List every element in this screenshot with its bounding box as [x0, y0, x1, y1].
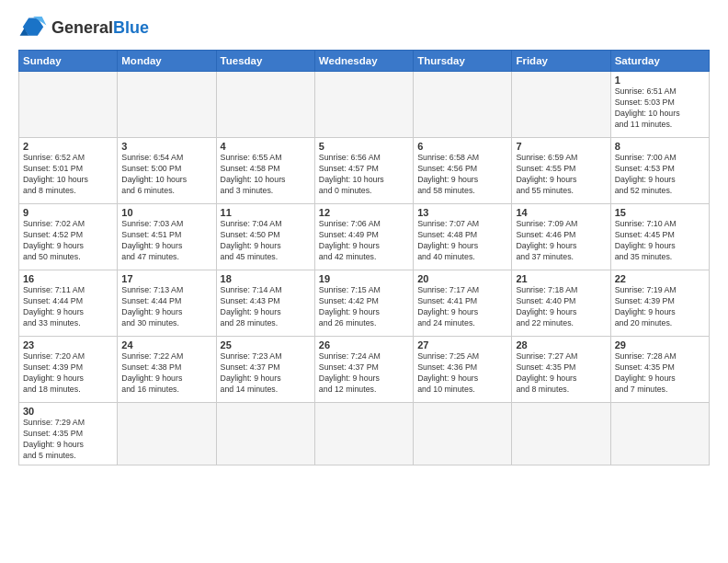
calendar-day-cell: 26Sunrise: 7:24 AM Sunset: 4:37 PM Dayli…	[314, 337, 413, 403]
day-info: Sunrise: 7:28 AM Sunset: 4:35 PM Dayligh…	[615, 351, 705, 396]
calendar-day-cell	[414, 72, 512, 138]
calendar-day-cell: 22Sunrise: 7:19 AM Sunset: 4:39 PM Dayli…	[610, 270, 709, 337]
day-info: Sunrise: 7:27 AM Sunset: 4:35 PM Dayligh…	[516, 351, 606, 396]
calendar-day-cell	[216, 403, 314, 465]
calendar-day-cell: 3Sunrise: 6:54 AM Sunset: 5:00 PM Daylig…	[118, 138, 216, 204]
logo-blue: Blue	[113, 18, 149, 37]
day-info: Sunrise: 6:56 AM Sunset: 4:57 PM Dayligh…	[319, 153, 409, 197]
day-number: 16	[23, 273, 113, 284]
day-info: Sunrise: 7:07 AM Sunset: 4:48 PM Dayligh…	[417, 219, 507, 263]
day-number: 11	[221, 207, 311, 218]
day-info: Sunrise: 7:02 AM Sunset: 4:52 PM Dayligh…	[23, 219, 113, 263]
day-info: Sunrise: 7:00 AM Sunset: 4:53 PM Dayligh…	[615, 153, 705, 197]
calendar-week-row: 1Sunrise: 6:51 AM Sunset: 5:03 PM Daylig…	[19, 72, 710, 138]
day-number: 5	[319, 141, 409, 152]
day-number: 7	[516, 141, 606, 152]
day-number: 2	[23, 141, 113, 152]
weekday-header-sunday: Sunday	[19, 51, 118, 72]
calendar-week-row: 2Sunrise: 6:52 AM Sunset: 5:01 PM Daylig…	[19, 138, 710, 204]
calendar-day-cell	[216, 72, 314, 138]
weekday-header-friday: Friday	[512, 51, 610, 72]
calendar-day-cell: 29Sunrise: 7:28 AM Sunset: 4:35 PM Dayli…	[610, 337, 709, 403]
calendar-day-cell	[118, 72, 216, 138]
weekday-header-thursday: Thursday	[414, 51, 512, 72]
calendar-day-cell	[314, 403, 413, 465]
day-number: 4	[221, 141, 311, 152]
weekday-header-wednesday: Wednesday	[314, 51, 413, 72]
day-info: Sunrise: 6:59 AM Sunset: 4:55 PM Dayligh…	[516, 153, 606, 197]
weekday-header-tuesday: Tuesday	[216, 51, 314, 72]
calendar-day-cell: 24Sunrise: 7:22 AM Sunset: 4:38 PM Dayli…	[118, 337, 216, 403]
calendar-day-cell: 30Sunrise: 7:29 AM Sunset: 4:35 PM Dayli…	[19, 403, 118, 465]
logo-text-block: GeneralBlue	[51, 19, 149, 36]
calendar-day-cell: 14Sunrise: 7:09 AM Sunset: 4:46 PM Dayli…	[512, 204, 610, 270]
day-info: Sunrise: 6:58 AM Sunset: 4:56 PM Dayligh…	[417, 153, 507, 197]
day-info: Sunrise: 7:03 AM Sunset: 4:51 PM Dayligh…	[121, 219, 211, 263]
calendar-day-cell	[19, 72, 118, 138]
day-number: 27	[417, 339, 507, 350]
calendar-day-cell: 16Sunrise: 7:11 AM Sunset: 4:44 PM Dayli…	[19, 270, 118, 337]
day-info: Sunrise: 7:22 AM Sunset: 4:38 PM Dayligh…	[121, 351, 211, 396]
weekday-header-monday: Monday	[118, 51, 216, 72]
day-number: 19	[319, 273, 409, 284]
day-number: 28	[516, 339, 606, 350]
calendar-day-cell: 27Sunrise: 7:25 AM Sunset: 4:36 PM Dayli…	[414, 337, 512, 403]
calendar-day-cell: 21Sunrise: 7:18 AM Sunset: 4:40 PM Dayli…	[512, 270, 610, 337]
day-number: 1	[615, 75, 705, 86]
calendar-day-cell: 17Sunrise: 7:13 AM Sunset: 4:44 PM Dayli…	[118, 270, 216, 337]
calendar-day-cell: 12Sunrise: 7:06 AM Sunset: 4:49 PM Dayli…	[314, 204, 413, 270]
day-number: 24	[121, 339, 211, 350]
calendar-week-row: 9Sunrise: 7:02 AM Sunset: 4:52 PM Daylig…	[19, 204, 710, 270]
day-number: 21	[516, 273, 606, 284]
calendar-day-cell: 7Sunrise: 6:59 AM Sunset: 4:55 PM Daylig…	[512, 138, 610, 204]
day-info: Sunrise: 7:10 AM Sunset: 4:45 PM Dayligh…	[615, 219, 705, 263]
day-number: 22	[615, 273, 705, 284]
logo: GeneralBlue	[18, 15, 149, 40]
day-number: 25	[221, 339, 311, 350]
calendar-day-cell	[610, 403, 709, 465]
day-info: Sunrise: 7:06 AM Sunset: 4:49 PM Dayligh…	[319, 219, 409, 263]
calendar-day-cell: 28Sunrise: 7:27 AM Sunset: 4:35 PM Dayli…	[512, 337, 610, 403]
generalblue-logo-icon	[18, 15, 48, 40]
calendar-header-row: SundayMondayTuesdayWednesdayThursdayFrid…	[19, 51, 710, 72]
day-info: Sunrise: 7:15 AM Sunset: 4:42 PM Dayligh…	[319, 285, 409, 329]
day-info: Sunrise: 7:13 AM Sunset: 4:44 PM Dayligh…	[121, 285, 211, 329]
page: GeneralBlue SundayMondayTuesdayWednesday…	[0, 0, 728, 563]
calendar-day-cell: 23Sunrise: 7:20 AM Sunset: 4:39 PM Dayli…	[19, 337, 118, 403]
day-number: 3	[121, 141, 211, 152]
calendar-week-row: 16Sunrise: 7:11 AM Sunset: 4:44 PM Dayli…	[19, 270, 710, 337]
calendar-day-cell: 25Sunrise: 7:23 AM Sunset: 4:37 PM Dayli…	[216, 337, 314, 403]
day-info: Sunrise: 7:23 AM Sunset: 4:37 PM Dayligh…	[221, 351, 311, 396]
calendar-day-cell	[512, 72, 610, 138]
day-info: Sunrise: 7:18 AM Sunset: 4:40 PM Dayligh…	[516, 285, 606, 329]
calendar-day-cell: 20Sunrise: 7:17 AM Sunset: 4:41 PM Dayli…	[414, 270, 512, 337]
day-number: 15	[615, 207, 705, 218]
calendar-day-cell	[512, 403, 610, 465]
day-info: Sunrise: 7:09 AM Sunset: 4:46 PM Dayligh…	[516, 219, 606, 263]
day-info: Sunrise: 6:55 AM Sunset: 4:58 PM Dayligh…	[221, 153, 311, 197]
day-number: 14	[516, 207, 606, 218]
calendar-day-cell: 11Sunrise: 7:04 AM Sunset: 4:50 PM Dayli…	[216, 204, 314, 270]
calendar-week-row: 30Sunrise: 7:29 AM Sunset: 4:35 PM Dayli…	[19, 403, 710, 465]
calendar-day-cell: 5Sunrise: 6:56 AM Sunset: 4:57 PM Daylig…	[314, 138, 413, 204]
day-number: 29	[615, 339, 705, 350]
day-number: 23	[23, 339, 113, 350]
weekday-header-saturday: Saturday	[610, 51, 709, 72]
day-info: Sunrise: 6:54 AM Sunset: 5:00 PM Dayligh…	[121, 153, 211, 197]
day-info: Sunrise: 7:25 AM Sunset: 4:36 PM Dayligh…	[417, 351, 507, 396]
day-number: 30	[23, 406, 113, 417]
day-number: 17	[121, 273, 211, 284]
day-info: Sunrise: 7:04 AM Sunset: 4:50 PM Dayligh…	[221, 219, 311, 263]
calendar-table: SundayMondayTuesdayWednesdayThursdayFrid…	[18, 50, 710, 465]
calendar-day-cell: 15Sunrise: 7:10 AM Sunset: 4:45 PM Dayli…	[610, 204, 709, 270]
day-info: Sunrise: 7:17 AM Sunset: 4:41 PM Dayligh…	[417, 285, 507, 329]
calendar-day-cell	[314, 72, 413, 138]
day-number: 13	[417, 207, 507, 218]
day-info: Sunrise: 7:24 AM Sunset: 4:37 PM Dayligh…	[319, 351, 409, 396]
calendar-day-cell: 1Sunrise: 6:51 AM Sunset: 5:03 PM Daylig…	[610, 72, 709, 138]
day-info: Sunrise: 7:11 AM Sunset: 4:44 PM Dayligh…	[23, 285, 113, 329]
calendar-day-cell: 8Sunrise: 7:00 AM Sunset: 4:53 PM Daylig…	[610, 138, 709, 204]
calendar-week-row: 23Sunrise: 7:20 AM Sunset: 4:39 PM Dayli…	[19, 337, 710, 403]
day-info: Sunrise: 7:20 AM Sunset: 4:39 PM Dayligh…	[23, 351, 113, 396]
day-info: Sunrise: 7:14 AM Sunset: 4:43 PM Dayligh…	[221, 285, 311, 329]
